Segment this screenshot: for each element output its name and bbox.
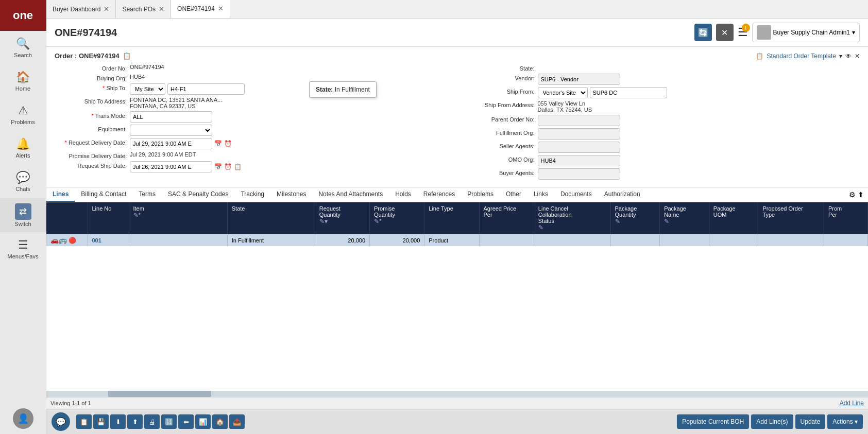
toolbar-btn-print[interactable]: 🖨 — [144, 414, 160, 429]
tab-documents[interactable]: Documents — [554, 187, 598, 202]
sidebar-item-alerts[interactable]: 🔔 Alerts — [0, 131, 46, 165]
prom-qty-edit-icon[interactable]: ✎* — [374, 218, 382, 225]
label-ship-from: Ship From: — [463, 87, 535, 95]
line-cancel-edit-icon[interactable]: ✎ — [538, 224, 543, 231]
tab-search-pos[interactable]: Search POs ✕ — [116, 0, 171, 18]
ship-from-code[interactable] — [590, 87, 667, 98]
ship-to-select[interactable]: My Site — [130, 83, 165, 95]
sidebar-item-problems[interactable]: ⚠ Problems — [0, 98, 46, 131]
col-promise-qty: PromiseQuantity ✎* — [370, 202, 424, 234]
sidebar-item-search[interactable]: 🔍 Search — [0, 31, 46, 64]
table-settings-icon[interactable]: ⚙ — [849, 190, 856, 199]
col-state: State — [227, 202, 315, 234]
table-expand-icon[interactable]: ⬆ — [858, 190, 864, 199]
clock-icon-ship[interactable]: ⏰ — [224, 163, 232, 170]
ship-to-inputs: My Site — [130, 83, 245, 95]
calendar-icon-ship[interactable]: 📅 — [214, 163, 222, 170]
tab-billing[interactable]: Billing & Contact — [75, 187, 132, 202]
req-ship-input[interactable] — [130, 161, 212, 172]
template-chevron[interactable]: ▾ — [839, 53, 842, 60]
state-tooltip-label: State: — [316, 86, 335, 93]
cell-line-no[interactable]: 001 — [88, 234, 129, 246]
tab-buyer-dashboard[interactable]: Buyer Dashboard ✕ — [46, 0, 116, 18]
template-view-icon[interactable]: 👁 — [845, 53, 852, 60]
label-req-ship: Request Ship Date: — [55, 161, 127, 169]
close-tab-search-pos[interactable]: ✕ — [159, 5, 164, 13]
calendar-icon[interactable]: 📅 — [214, 140, 222, 147]
close-tab-buyer-dashboard[interactable]: ✕ — [104, 5, 109, 13]
menu-button[interactable]: ☰ 1 — [738, 26, 748, 39]
toolbar-right-buttons: Populate Current BOH Add Line(s) Update … — [677, 414, 863, 429]
user-avatar — [757, 25, 771, 40]
trans-mode-input[interactable] — [130, 111, 212, 123]
toolbar-btn-upload[interactable]: ⬆ — [127, 414, 143, 429]
avatar[interactable]: 👤 — [13, 408, 33, 429]
close-tab-one974194[interactable]: ✕ — [218, 5, 224, 12]
ship-to-code[interactable] — [167, 83, 245, 95]
sidebar-item-menus[interactable]: ☰ Menus/Favs — [0, 232, 46, 266]
tab-one974194[interactable]: ONE#974194 ✕ — [171, 0, 230, 18]
col-line-no: Line No — [88, 202, 129, 234]
menu-icon: ☰ — [18, 238, 28, 252]
tab-notes[interactable]: Notes And Attachments — [312, 187, 389, 202]
chat-button[interactable]: 💬 — [52, 412, 70, 431]
horizontal-scrollbar[interactable] — [46, 391, 868, 397]
toolbar-btn-back[interactable]: ⬅ — [178, 414, 194, 429]
clock-icon[interactable]: ⏰ — [224, 140, 232, 147]
tab-lines[interactable]: Lines — [46, 187, 75, 202]
tab-references[interactable]: References — [417, 187, 461, 202]
template-close-icon[interactable]: ✕ — [855, 53, 860, 60]
tab-links[interactable]: Links — [527, 187, 554, 202]
toolbar-btn-copy[interactable]: 📋 — [76, 414, 92, 429]
cell-request-qty: 20,000 — [315, 234, 369, 246]
label-buyer-agents: Buyer Agents: — [463, 168, 535, 176]
ship-from-select[interactable]: Vendor's Site — [538, 87, 588, 98]
pkg-qty-edit-icon[interactable]: ✎ — [615, 218, 620, 225]
req-qty-edit-icon[interactable]: ✎▾ — [319, 218, 328, 225]
tab-milestones[interactable]: Milestones — [270, 187, 312, 202]
toolbar-btn-save[interactable]: 💾 — [93, 414, 109, 429]
toolbar-btn-calc[interactable]: 🔢 — [161, 414, 177, 429]
req-ship-inputs: 📅 ⏰ 📋 — [130, 161, 242, 172]
copy-icon[interactable]: 📋 — [123, 52, 131, 60]
warning-icon: ⚠ — [18, 104, 28, 117]
user-dropdown[interactable]: Buyer Supply Chain Admin1 ▾ — [752, 23, 860, 42]
table-row: 🚗🚌 🔴 001 In Fulfillment 20,000 20,000 Pr… — [46, 234, 868, 246]
add-line-link[interactable]: Add Line — [840, 400, 864, 407]
cell-pkg-uom — [709, 234, 758, 246]
toolbar-btn-export[interactable]: 📤 — [229, 414, 245, 429]
form-row-ship-address: Ship To Address: FONTANA DC, 13521 SANTA… — [55, 97, 452, 109]
copy-icon-ship[interactable]: 📋 — [234, 163, 242, 170]
toolbar-btn-chart[interactable]: 📊 — [195, 414, 211, 429]
update-button[interactable]: Update — [795, 414, 826, 429]
cell-state: In Fulfillment — [227, 234, 315, 246]
sidebar-item-home[interactable]: 🏠 Home — [0, 64, 46, 98]
tab-problems[interactable]: Problems — [461, 187, 500, 202]
tab-authorization[interactable]: Authorization — [598, 187, 646, 202]
refresh-button[interactable]: 🔄 — [694, 24, 712, 41]
close-button[interactable]: ✕ — [716, 24, 734, 41]
add-lines-button[interactable]: Add Line(s) — [751, 414, 793, 429]
populate-boh-button[interactable]: Populate Current BOH — [677, 414, 749, 429]
equipment-select[interactable] — [130, 125, 212, 136]
sidebar-label-problems: Problems — [11, 119, 35, 125]
scrollbar-thumb[interactable] — [108, 391, 211, 397]
item-edit-icon[interactable]: ✎* — [133, 212, 141, 219]
app-logo[interactable]: one — [0, 0, 46, 31]
sidebar-item-chats[interactable]: 💬 Chats — [0, 165, 46, 198]
pkg-name-edit-icon[interactable]: ✎ — [664, 218, 669, 225]
tab-holds[interactable]: Holds — [389, 187, 417, 202]
form-row-ship-from-address: Ship From Address: 055 Valley View LnDal… — [463, 100, 860, 113]
page-title: ONE#974194 — [55, 27, 117, 39]
req-delivery-input[interactable] — [130, 138, 212, 149]
toolbar-btn-download[interactable]: ⬇ — [110, 414, 126, 429]
sidebar-item-switch[interactable]: ⇄ Switch — [0, 198, 46, 232]
actions-button[interactable]: Actions ▾ — [827, 414, 863, 429]
line-no-link[interactable]: 001 — [92, 237, 101, 244]
tab-tracking[interactable]: Tracking — [234, 187, 270, 202]
tab-sac[interactable]: SAC & Penalty Codes — [162, 187, 234, 202]
tab-terms[interactable]: Terms — [132, 187, 162, 202]
chat-icon: 💬 — [16, 171, 30, 184]
toolbar-btn-home[interactable]: 🏠 — [212, 414, 228, 429]
tab-other[interactable]: Other — [500, 187, 527, 202]
